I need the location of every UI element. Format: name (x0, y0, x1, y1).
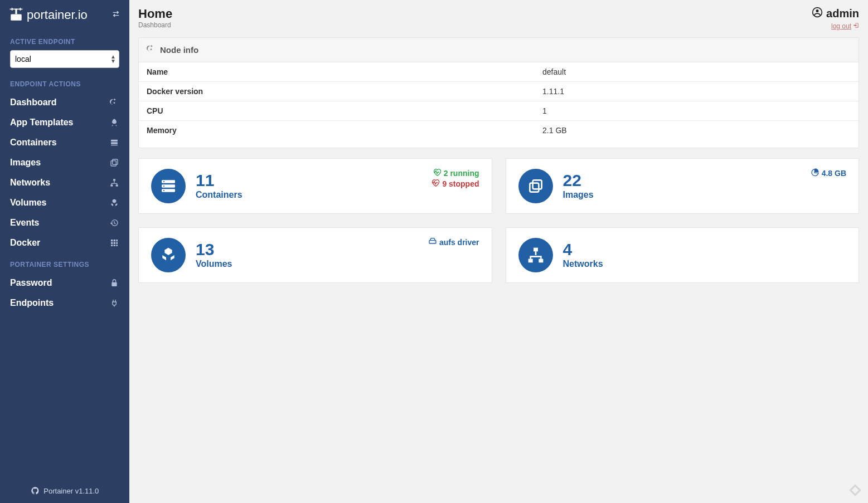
svg-rect-23 (111, 282, 117, 286)
logout-icon (853, 22, 859, 30)
stat-label: Volumes (196, 259, 232, 269)
sidebar: portainer.io ACTIVE ENDPOINT local ▲▼ EN… (0, 0, 129, 503)
svg-rect-6 (111, 140, 118, 141)
sidebar-item-label: Endpoints (10, 298, 54, 308)
sidebar-item-endpoints[interactable]: Endpoints (0, 293, 129, 313)
sidebar-item-label: Volumes (10, 198, 47, 208)
page-header: Home Dashboard admin log out (135, 4, 862, 37)
table-row: Name default (139, 62, 859, 82)
stat-card-containers[interactable]: 11 Containers 2 running 9 stopped (138, 158, 492, 214)
stat-running: 2 running (431, 168, 479, 178)
table-cell-key: CPU (139, 101, 535, 121)
sidebar-footer[interactable]: Portainer v1.11.0 (0, 481, 129, 503)
sidebar-item-dashboard[interactable]: Dashboard (0, 92, 129, 113)
sidebar-item-app-templates[interactable]: App Templates (0, 113, 129, 133)
node-info-table: Name default Docker version 1.11.1 CPU 1… (139, 62, 859, 140)
stat-count: 22 (563, 172, 594, 189)
cubes-icon (109, 198, 119, 208)
sidebar-section-settings: PORTAINER SETTINGS (0, 253, 129, 273)
sidebar-footer-label: Portainer v1.11.0 (43, 487, 99, 495)
svg-rect-18 (114, 242, 115, 244)
table-row: CPU 1 (139, 101, 859, 121)
svg-rect-12 (110, 184, 113, 186)
sidebar-item-containers[interactable]: Containers (0, 133, 129, 153)
stat-meta: 2 running 9 stopped (431, 168, 479, 189)
stat-count: 11 (196, 172, 243, 189)
table-row: Memory 2.1 GB (139, 121, 859, 140)
sitemap-icon (109, 178, 119, 188)
logout-link[interactable]: log out (831, 22, 859, 30)
stat-body: 11 Containers (196, 172, 243, 200)
svg-rect-7 (111, 142, 118, 144)
pie-chart-icon (811, 168, 819, 178)
sidebar-section-endpoint-actions: ENDPOINT ACTIONS (0, 72, 129, 92)
svg-rect-17 (111, 242, 113, 244)
table-cell-key: Memory (139, 121, 535, 140)
sidebar-item-password[interactable]: Password (0, 273, 129, 293)
brand-logo-icon (9, 8, 23, 22)
sidebar-item-networks[interactable]: Networks (0, 173, 129, 193)
sidebar-item-label: Docker (10, 238, 40, 248)
server-icon (109, 138, 119, 148)
corner-widget-icon[interactable] (847, 482, 864, 499)
user-name: admin (826, 7, 859, 20)
sidebar-item-label: Password (10, 278, 52, 288)
dashboard-icon (147, 45, 156, 55)
stat-body: 13 Volumes (196, 241, 232, 269)
endpoint-select-wrapper: local ▲▼ (10, 50, 119, 68)
sidebar-item-label: Containers (10, 138, 57, 148)
svg-rect-16 (116, 240, 118, 241)
svg-point-32 (163, 190, 164, 191)
table-cell-value: default (535, 62, 859, 82)
lock-icon (109, 278, 119, 288)
sidebar-item-label: Events (10, 218, 39, 228)
github-icon (31, 487, 42, 495)
sidebar-nav-settings: Password Endpoints (0, 273, 129, 313)
brand[interactable]: portainer.io (9, 8, 88, 22)
stat-meta: 4.8 GB (811, 168, 846, 178)
brand-name: portainer.io (27, 8, 88, 22)
server-icon (151, 169, 186, 203)
svg-rect-3 (12, 8, 13, 11)
stat-card-networks[interactable]: 4 Networks (506, 227, 860, 283)
header-right: admin log out (812, 7, 859, 31)
sidebar-item-images[interactable]: Images (0, 153, 129, 173)
svg-rect-19 (116, 242, 118, 244)
sidebar-item-label: Dashboard (10, 97, 57, 108)
sidebar-section-active-endpoint: ACTIVE ENDPOINT (0, 30, 129, 50)
th-icon (109, 238, 119, 248)
sidebar-item-label: App Templates (10, 118, 74, 128)
stat-count: 13 (196, 241, 232, 258)
stat-card-images[interactable]: 22 Images 4.8 GB (506, 158, 860, 214)
sidebar-item-label: Images (10, 158, 41, 168)
svg-point-25 (816, 9, 819, 12)
sidebar-collapse-icon[interactable] (111, 9, 120, 21)
svg-point-30 (163, 181, 164, 182)
user-icon (812, 7, 823, 21)
stat-images-size-label: 4.8 GB (822, 169, 846, 178)
sidebar-nav-actions: Dashboard App Templates Containers Image… (0, 92, 129, 253)
svg-rect-20 (111, 245, 113, 246)
svg-rect-4 (20, 8, 21, 11)
sidebar-item-volumes[interactable]: Volumes (0, 193, 129, 213)
svg-rect-39 (539, 259, 543, 263)
hdd-icon (428, 237, 437, 247)
sidebar-item-events[interactable]: Events (0, 213, 129, 233)
endpoint-select[interactable]: local (10, 50, 119, 68)
svg-rect-0 (11, 14, 22, 20)
table-cell-value: 1.11.1 (535, 82, 859, 101)
page-subtitle: Dashboard (138, 21, 172, 29)
svg-rect-33 (532, 180, 541, 189)
sidebar-item-label: Networks (10, 178, 50, 188)
table-cell-value: 2.1 GB (535, 121, 859, 140)
sidebar-item-docker[interactable]: Docker (0, 233, 129, 253)
stat-body: 4 Networks (563, 241, 603, 269)
table-cell-key: Docker version (139, 82, 535, 101)
svg-rect-9 (113, 159, 118, 164)
logout-label: log out (831, 22, 851, 30)
page-title: Home (138, 7, 172, 21)
svg-rect-37 (534, 248, 538, 252)
svg-rect-38 (528, 259, 532, 263)
cubes-icon (151, 238, 186, 272)
stat-card-volumes[interactable]: 13 Volumes aufs driver (138, 227, 492, 283)
